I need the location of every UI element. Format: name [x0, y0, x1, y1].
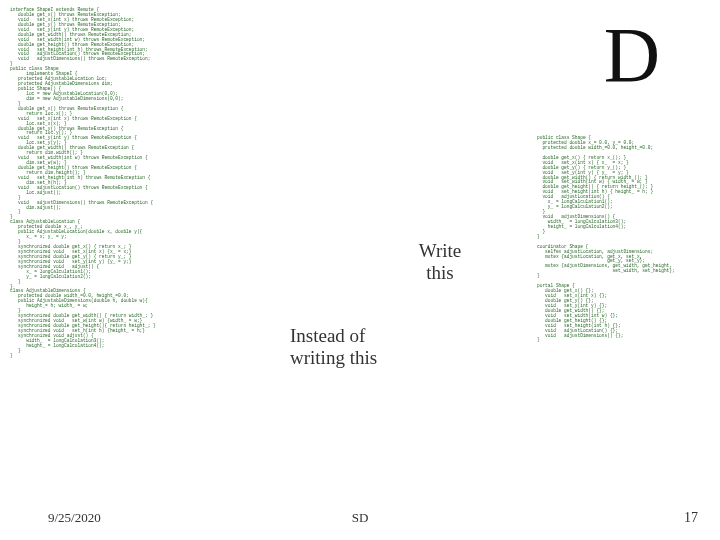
label-write-this: Write this — [400, 240, 480, 284]
label-instead-of: Instead of writing this — [290, 325, 377, 369]
big-letter-d: D — [604, 10, 660, 100]
footer-date: 9/25/2020 — [48, 510, 101, 526]
write-line1: Write — [419, 240, 462, 261]
page-number: 17 — [684, 510, 698, 526]
write-line2: this — [426, 262, 453, 283]
code-block-left: interface ShapeI extends Remote { double… — [10, 8, 310, 359]
code-block-right: public class Shape { protected double x_… — [537, 136, 702, 343]
footer-center: SD — [352, 510, 369, 526]
instead-line1: Instead of — [290, 325, 365, 346]
instead-line2: writing this — [290, 347, 377, 368]
